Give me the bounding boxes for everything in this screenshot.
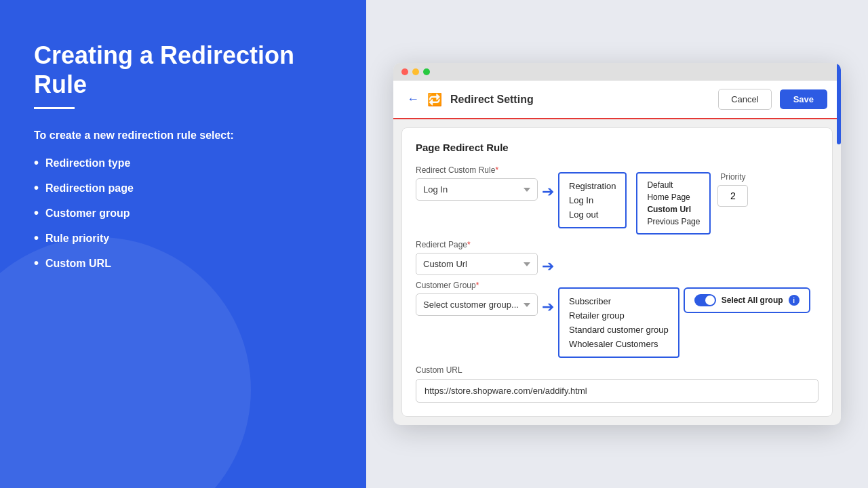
cancel-button[interactable]: Cancel xyxy=(718,89,771,110)
info-icon[interactable]: i xyxy=(789,295,800,306)
rule-option-login: Log In xyxy=(569,193,616,207)
page-option-customurl: Custom Url xyxy=(647,203,700,216)
list-item: Custom URL xyxy=(34,256,332,271)
group-dropdown-popup: Subscriber Retailer group Standard custo… xyxy=(558,287,679,358)
arrow-group: ➔ xyxy=(542,300,554,314)
customer-group-select[interactable]: Select customer group... xyxy=(416,293,538,316)
page-options-popup: Default Home Page Custom Url Previous Pa… xyxy=(636,172,711,235)
redirect-page-select[interactable]: Custom Url xyxy=(416,253,538,275)
rule-option-logout: Log out xyxy=(569,207,616,222)
arrow-rule: ➔ xyxy=(542,184,554,199)
redirect-icon: 🔁 xyxy=(427,92,442,107)
customer-group-form-group: Customer Group* Select customer group... xyxy=(416,281,538,316)
customer-group-row: Customer Group* Select customer group...… xyxy=(416,281,818,358)
redirect-page-row: Redierct Page* Custom Url ➔ xyxy=(416,240,818,275)
group-option-standard: Standard customer group xyxy=(569,323,669,337)
group-option-retailer: Retailer group xyxy=(569,308,669,323)
browser-dot-green[interactable] xyxy=(423,68,430,75)
select-all-label: Select All group xyxy=(722,296,783,305)
priority-value[interactable]: 2 xyxy=(717,185,748,207)
right-panel: ← 🔁 Redirect Setting Cancel Save Page Re… xyxy=(366,0,868,488)
redirect-rule-row: Redirect Custom Rule* Log In ➔ Registrat… xyxy=(416,165,818,235)
subtitle: To create a new redirection rule select: xyxy=(34,129,332,142)
scrollbar[interactable] xyxy=(837,63,841,144)
list-item: Redirection type xyxy=(34,155,332,171)
custom-url-input[interactable] xyxy=(416,379,818,403)
left-panel: Creating a Redirection Rule To create a … xyxy=(0,0,366,488)
rule-option-registration: Registration xyxy=(569,179,616,193)
customer-group-label: Customer Group* xyxy=(416,281,538,290)
form-area: Page Redirect Rule Redirect Custom Rule*… xyxy=(401,127,833,417)
list-item: Redirection page xyxy=(34,180,332,196)
title-divider xyxy=(34,107,75,109)
redirect-rule-group: Redirect Custom Rule* Log In xyxy=(416,165,538,201)
custom-url-row: Custom URL xyxy=(416,363,818,403)
group-option-wholesaler: Wholesaler Customers xyxy=(569,337,669,351)
select-all-toggle[interactable] xyxy=(694,294,716,306)
page-option-default: Default xyxy=(647,179,700,191)
arrow-page: ➔ xyxy=(542,259,554,274)
rule-dropdown-popup: Registration Log In Log out xyxy=(558,172,627,228)
page-title: Creating a Redirection Rule xyxy=(34,41,332,99)
page-option-previous: Previous Page xyxy=(647,216,700,228)
browser-chrome xyxy=(393,63,841,81)
save-button[interactable]: Save xyxy=(780,89,827,109)
browser-window: ← 🔁 Redirect Setting Cancel Save Page Re… xyxy=(393,63,841,425)
page-option-homepage: Home Page xyxy=(647,191,700,203)
redirect-rule-label: Redirect Custom Rule* xyxy=(416,165,538,175)
priority-group: Priority 2 xyxy=(717,172,748,207)
app-header: ← 🔁 Redirect Setting Cancel Save xyxy=(393,81,841,119)
back-icon[interactable]: ← xyxy=(407,92,419,106)
list-item: Customer group xyxy=(34,205,332,221)
priority-label: Priority xyxy=(720,172,745,182)
section-title: Page Redirect Rule xyxy=(416,142,818,153)
custom-url-label: Custom URL xyxy=(416,365,462,375)
redirect-page-label: Redierct Page* xyxy=(416,240,538,249)
header-title: Redirect Setting xyxy=(450,94,710,106)
browser-dot-yellow[interactable] xyxy=(412,68,419,75)
redirect-rule-select[interactable]: Log In xyxy=(416,178,538,201)
select-all-group[interactable]: Select All group i xyxy=(684,287,810,313)
group-option-subscriber: Subscriber xyxy=(569,294,669,308)
browser-dot-red[interactable] xyxy=(401,68,408,75)
redirect-page-group: Redierct Page* Custom Url xyxy=(416,240,538,275)
toggle-knob xyxy=(705,296,715,305)
feature-list: Redirection type Redirection page Custom… xyxy=(34,155,332,271)
list-item: Rule priority xyxy=(34,230,332,246)
